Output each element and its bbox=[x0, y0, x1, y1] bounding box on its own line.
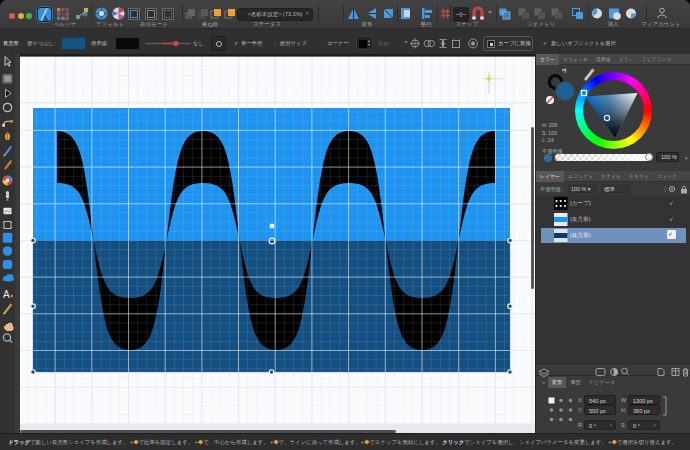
svg-text:A: A bbox=[3, 289, 10, 300]
